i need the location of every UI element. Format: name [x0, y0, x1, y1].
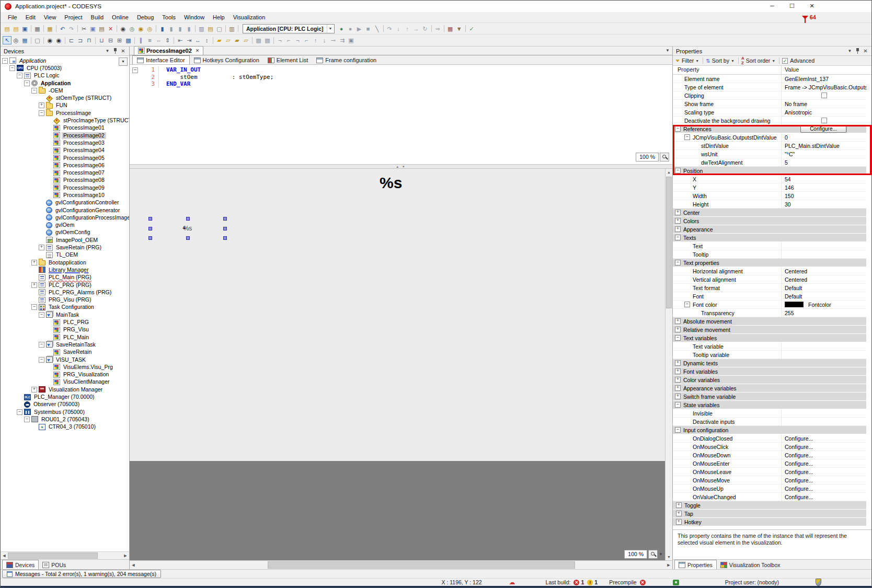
open-project-icon[interactable]: ▤: [12, 25, 20, 33]
tree-item-processimage01[interactable]: ProcessImage01: [1, 124, 129, 132]
tree-item-plc-prg-prg[interactable]: +PLC_PRG (PRG): [1, 281, 129, 289]
multiply-icon[interactable]: ⇉: [338, 36, 347, 44]
undo-icon[interactable]: ↶: [58, 25, 67, 33]
expand-toggle-icon[interactable]: −: [39, 110, 44, 116]
close-tab-icon[interactable]: ✕: [196, 48, 200, 53]
menu-view[interactable]: View: [40, 12, 61, 22]
expand-toggle-icon[interactable]: +: [675, 377, 681, 383]
property-row-element-name[interactable]: Element nameGenElemInst_137: [673, 75, 866, 83]
element-table-icon[interactable]: ▦: [20, 36, 29, 44]
expand-toggle-icon[interactable]: +: [675, 360, 681, 366]
property-value-cell[interactable]: Configure...: [782, 459, 866, 467]
property-value-cell[interactable]: 146: [782, 183, 866, 191]
redo-icon[interactable]: ↷: [67, 25, 76, 33]
resize-handle-middle-left[interactable]: [148, 227, 152, 230]
property-row-deactivate-inputs[interactable]: Deactivate inputs: [673, 418, 866, 426]
tree-item-plc-logic[interactable]: −PLC Logic: [1, 72, 129, 79]
resize-handle-top-center[interactable]: [186, 217, 190, 221]
align-right-icon[interactable]: ⊐: [76, 36, 85, 44]
canvas-zoom-level[interactable]: 100 %: [624, 550, 647, 559]
property-row-onmousedown[interactable]: OnMouseDownConfigure...: [673, 451, 866, 459]
expand-toggle-icon[interactable]: −: [24, 80, 30, 86]
scroll-track[interactable]: [8, 552, 122, 559]
menu-online[interactable]: Online: [108, 12, 133, 22]
scroll-track[interactable]: [137, 561, 665, 569]
watch-offline-icon[interactable]: ◉: [45, 36, 54, 44]
property-value-cell[interactable]: Anisotropic: [782, 108, 866, 116]
property-value-cell[interactable]: [782, 91, 866, 99]
property-row-onmouseenter[interactable]: OnMouseEnterConfigure...: [673, 459, 866, 468]
configure-button[interactable]: Configure...: [800, 125, 846, 133]
tree-item-prg-visu[interactable]: PRG_Visu: [1, 326, 129, 333]
tree-item-application[interactable]: −Application: [1, 79, 129, 87]
expand-toggle-icon[interactable]: +: [31, 260, 37, 266]
paste-icon[interactable]: ▤: [97, 25, 106, 33]
property-row-tooltip-variable[interactable]: Tooltip variable: [673, 351, 866, 359]
tab-processimage02[interactable]: ProcessImage02 ✕: [134, 46, 203, 55]
expand-toggle-icon[interactable]: −: [675, 335, 681, 341]
expand-toggle-icon[interactable]: −: [31, 304, 37, 310]
tree-item-cpu-705003[interactable]: −CPU (705003): [1, 64, 129, 72]
tab-frame-configuration[interactable]: Frame configuration: [312, 56, 381, 64]
tree-item-saveretaintask[interactable]: −SaveRetainTask: [1, 341, 129, 348]
hook-down-icon[interactable]: ⌐: [302, 36, 311, 44]
property-value-cell[interactable]: Centered: [782, 275, 866, 283]
property-value-cell[interactable]: [782, 518, 866, 526]
tree-item-processimage05[interactable]: ProcessImage05: [1, 154, 129, 162]
property-row-tap[interactable]: +Tap: [673, 510, 866, 518]
property-row-texts[interactable]: −Texts: [673, 234, 866, 242]
expand-toggle-icon[interactable]: +: [39, 245, 44, 250]
magnifier-icon[interactable]: [648, 550, 658, 559]
property-row-onmouseclick[interactable]: OnMouseClickConfigure...: [673, 443, 866, 451]
tree-item-gvlconfigurationcontroller[interactable]: gvlConfigurationController: [1, 199, 129, 206]
tab-visualization-toolbox[interactable]: Visualization Toolbox: [717, 560, 784, 569]
zoom-dropdown-icon[interactable]: ▼: [659, 552, 663, 557]
property-value-cell[interactable]: [782, 426, 866, 434]
property-value-cell[interactable]: Configure...: [782, 443, 866, 451]
make-same-width-icon[interactable]: ⇔: [154, 36, 163, 44]
property-row-jcmpvisubasic-outputstdintvalue[interactable]: −JCmpVisuBasic.OutputstDintValue0: [673, 133, 866, 142]
property-value-cell[interactable]: [782, 167, 866, 175]
expand-toggle-icon[interactable]: +: [675, 226, 681, 232]
resize-handle-bottom-right[interactable]: [223, 236, 227, 240]
sort-by-button[interactable]: ⇅ Sort by ▼: [706, 57, 735, 64]
menu-tools[interactable]: Tools: [158, 12, 180, 22]
property-row-hotkey[interactable]: +Hotkey: [673, 518, 866, 526]
tree-item-library-manager[interactable]: Library Manager: [1, 266, 129, 273]
tree-item-visuclientmanager[interactable]: VisuClientManager: [1, 378, 129, 386]
find-replace-icon[interactable]: ◉: [136, 25, 145, 33]
resize-handle-bottom-left[interactable]: [148, 236, 152, 240]
tree-item-processimage[interactable]: −ProcessImage: [1, 109, 129, 117]
code-line[interactable]: 2 stOem : stOemType;: [141, 74, 672, 81]
align-bottom-icon[interactable]: ⊔: [97, 36, 106, 44]
code-line[interactable]: 1VAR_IN_OUT: [141, 66, 672, 74]
visualization-icon[interactable]: ▢: [33, 36, 42, 44]
property-row-dwtextalignment[interactable]: dwTextAlignment5: [673, 158, 866, 167]
checkbox-unchecked[interactable]: [821, 93, 827, 98]
property-value-cell[interactable]: [782, 117, 866, 124]
expand-toggle-icon[interactable]: +: [675, 318, 681, 324]
scroll-up-icon[interactable]: ▲: [666, 169, 672, 176]
group-icon[interactable]: ▩: [254, 36, 263, 44]
hook-up-icon[interactable]: ¬: [293, 36, 302, 44]
delete-icon[interactable]: ✕: [106, 25, 115, 33]
property-row-appearance[interactable]: +Appearance: [673, 225, 866, 234]
scroll-thumb[interactable]: [268, 561, 575, 569]
pin-icon[interactable]: [855, 48, 860, 54]
scroll-right-icon[interactable]: ►: [665, 562, 672, 569]
save-icon[interactable]: ▣: [20, 25, 29, 33]
property-row-width[interactable]: Width150: [673, 192, 866, 200]
menu-project[interactable]: Project: [60, 12, 86, 22]
property-row-appearance-variables[interactable]: +Appearance variables: [673, 384, 866, 393]
logout-icon[interactable]: ●: [346, 25, 355, 33]
replace-icon[interactable]: ◎: [145, 25, 154, 33]
property-row-tooltip[interactable]: Tooltip: [673, 250, 866, 259]
bring-to-front-icon[interactable]: ▰: [215, 36, 224, 44]
tree-item-visu-task[interactable]: −VISU_TASK: [1, 356, 129, 363]
property-row-state-variables[interactable]: −State variables: [673, 401, 866, 409]
tree-item-processimage02[interactable]: ProcessImage02: [1, 132, 129, 139]
move-down-icon[interactable]: ↓: [320, 36, 329, 44]
size-height-icon[interactable]: ↕: [202, 36, 211, 44]
expand-toggle-icon[interactable]: −: [684, 302, 690, 307]
tree-item-saveretain[interactable]: SaveRetain: [1, 349, 129, 356]
